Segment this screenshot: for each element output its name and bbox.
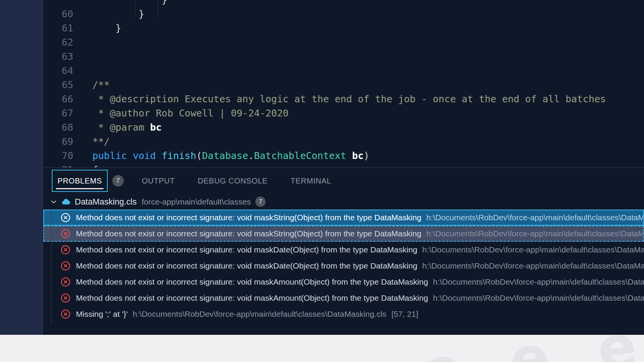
tab-terminal[interactable]: TERMINAL (286, 170, 336, 191)
tab-output-label: OUTPUT (142, 177, 175, 185)
code-line[interactable]: 64 (43, 64, 644, 78)
apex-class-file-icon (61, 197, 71, 207)
problem-message: Method does not exist or incorrect signa… (76, 229, 421, 238)
tabwrap-problems: PROBLEMS 7 (52, 170, 124, 192)
problem-row[interactable]: Method does not exist or incorrect signa… (43, 258, 644, 274)
code-line[interactable]: } (43, 0, 644, 7)
problem-message: Method does not exist or incorrect signa… (76, 261, 417, 270)
problem-source-path: h:\Documents\RobDev\force-app\main\defau… (422, 245, 644, 254)
code-line-text (73, 35, 92, 49)
code-line[interactable]: 62 (43, 35, 644, 49)
problem-source-path: h:\Documents\RobDev\force-app\main\defau… (433, 277, 644, 287)
code-line[interactable]: 65/** (43, 78, 644, 92)
error-icon (61, 261, 71, 271)
line-number: 70 (43, 149, 73, 163)
error-icon (61, 277, 71, 287)
line-number: 71 (43, 163, 73, 167)
tree-indent-guide (51, 210, 51, 324)
code-line-text: } (73, 0, 168, 7)
problem-row[interactable]: Method does not exist or incorrect signa… (43, 226, 644, 242)
code-line[interactable]: 70public void finish(Database.BatchableC… (43, 149, 644, 163)
problem-message: Method does not exist or incorrect signa… (76, 293, 428, 303)
problem-source-path: h:\Documents\RobDev\force-app\main\defau… (426, 213, 644, 222)
line-number: 66 (43, 92, 73, 106)
tab-terminal-label: TERMINAL (291, 177, 331, 185)
line-number: 64 (43, 64, 73, 78)
problem-row[interactable]: Method does not exist or incorrect signa… (43, 290, 644, 306)
code-line-text (73, 49, 92, 64)
problems-list: Method does not exist or incorrect signa… (43, 210, 644, 322)
problems-count-badge: 7 (112, 175, 124, 187)
background-letter-pattern: e e e e e e e e e e e e e e (0, 335, 644, 362)
problem-row[interactable]: Method does not exist or incorrect signa… (43, 274, 644, 290)
problem-message: Method does not exist or incorrect signa… (76, 277, 428, 287)
line-number: 61 (43, 21, 73, 35)
line-number: 69 (43, 134, 73, 149)
tab-output[interactable]: OUTPUT (137, 170, 180, 191)
code-line[interactable]: 67 * @author Rob Cowell | 09-24-2020 (43, 106, 644, 120)
problem-location: [57, 21] (391, 310, 418, 319)
bottom-panel: PROBLEMS 7 OUTPUT DEBUG CONSOLE TERMINAL (43, 167, 644, 335)
error-icon (61, 245, 71, 255)
code-line-text: * @description Executes any logic at the… (73, 92, 606, 106)
problems-file-group-row[interactable]: DataMasking.cls force-app\main\default\c… (43, 194, 644, 210)
tab-debug-console[interactable]: DEBUG CONSOLE (193, 170, 273, 191)
code-line[interactable]: 63 (43, 49, 644, 64)
code-line[interactable]: 69**/ (43, 134, 644, 149)
line-number: 62 (43, 35, 73, 49)
vscode-window: }60 }61 }62636465/**66 * @description Ex… (0, 0, 644, 335)
problem-message: Missing ';' at '}' (76, 310, 128, 319)
code-editor[interactable]: }60 }61 }62636465/**66 * @description Ex… (43, 0, 644, 167)
error-icon (61, 293, 71, 303)
line-number: 67 (43, 106, 73, 120)
window-main: }60 }61 }62636465/**66 * @description Ex… (43, 0, 644, 335)
tab-problems[interactable]: PROBLEMS (52, 170, 108, 192)
tab-debug-console-label: DEBUG CONSOLE (198, 177, 268, 185)
tab-problems-label: PROBLEMS (58, 177, 102, 185)
code-line-text: /** (73, 78, 110, 92)
code-line-text: * @author Rob Cowell | 09-24-2020 (73, 106, 289, 120)
error-icon (61, 229, 71, 239)
line-number: 63 (43, 49, 73, 64)
window-left-margin (0, 0, 43, 335)
code-line-text: **/ (73, 134, 110, 149)
line-number (43, 0, 73, 7)
problem-message: Method does not exist or incorrect signa… (76, 245, 417, 254)
page-background-pattern: e e e e e e e e e e e e e e e e e e e e … (0, 335, 644, 362)
problem-source-path: h:\Documents\RobDev\force-app\main\defau… (433, 293, 644, 303)
code-lines: }60 }61 }62636465/**66 * @description Ex… (43, 0, 644, 167)
code-line-text: } (73, 21, 121, 35)
code-line-text: } (73, 7, 144, 21)
code-line[interactable]: 61 } (43, 21, 644, 35)
problems-file-name: DataMasking.cls (75, 197, 136, 207)
code-line-text (73, 64, 92, 78)
line-number: 60 (43, 7, 73, 21)
error-icon (61, 309, 71, 319)
file-error-count-badge: 7 (255, 197, 266, 207)
line-number: 68 (43, 120, 73, 134)
code-line-text: public void finish(Database.BatchableCon… (73, 149, 370, 163)
code-line-text: { (73, 163, 98, 167)
problem-row[interactable]: Method does not exist or incorrect signa… (43, 242, 644, 258)
chevron-down-icon[interactable] (50, 198, 58, 206)
problem-message: Method does not exist or incorrect signa… (76, 213, 421, 222)
problems-file-path: force-app\main\default\classes (141, 197, 251, 206)
code-line[interactable]: 68 * @param bc (43, 120, 644, 134)
problem-row[interactable]: Missing ';' at '}'h:\Documents\RobDev\fo… (43, 306, 644, 322)
panel-tab-bar: PROBLEMS 7 OUTPUT DEBUG CONSOLE TERMINAL (43, 168, 644, 194)
problem-source-path: h:\Documents\RobDev\force-app\main\defau… (422, 261, 644, 270)
line-number: 65 (43, 78, 73, 92)
problem-row[interactable]: Method does not exist or incorrect signa… (43, 210, 644, 226)
problem-source-path: h:\Documents\RobDev\force-app\main\defau… (133, 310, 386, 319)
code-line-text: * @param bc (73, 120, 162, 134)
code-line[interactable]: 71{ (43, 163, 644, 167)
code-line[interactable]: 66 * @description Executes any logic at … (43, 92, 644, 106)
error-icon (61, 213, 71, 223)
problem-source-path: h:\Documents\RobDev\force-app\main\defau… (426, 229, 644, 238)
code-line[interactable]: 60 } (43, 7, 644, 21)
